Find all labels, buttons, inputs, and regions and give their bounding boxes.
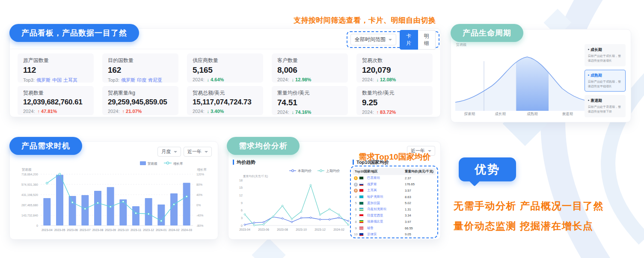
country-link[interactable]: 印度尼西亚 — [365, 214, 405, 218]
stat-value: 74.51 — [277, 98, 342, 107]
svg-text:增长率: 增长率 — [173, 162, 183, 166]
granularity-select[interactable]: 月度 — [157, 147, 181, 157]
table-row: 7印度尼西亚3.34 — [353, 213, 436, 219]
stat-value: 29,259,945,859.05 — [108, 98, 173, 107]
chevron-down-icon — [205, 151, 208, 153]
table-row: 1巴基斯坦2.37 — [353, 175, 436, 181]
country-link[interactable]: 菲律宾 — [365, 232, 405, 237]
country-link[interactable]: 哈萨克斯坦 — [365, 195, 405, 199]
price-value-cell: 8.63 — [405, 195, 436, 199]
decrease-indicator: ↓ 4.64% — [207, 77, 224, 82]
top3-country-link[interactable]: 印度 — [137, 77, 146, 83]
table-row: 5孟加拉国5.02 — [353, 200, 436, 206]
stat-subtext: 2024:↑ 47.81% — [23, 109, 88, 114]
increase-indicator: ↑ 47.81% — [38, 109, 57, 114]
svg-text:2023-06: 2023-06 — [258, 228, 269, 231]
value-column-header: 重量均价(美元/千克) — [405, 169, 436, 174]
lifecycle-stage-card-active[interactable]: 成熟期目标产品处于成熟期，整体趋势呈平稳增长 — [585, 70, 626, 92]
country-link[interactable]: 孟加拉国 — [365, 201, 405, 205]
table-header-row: Top10国家/地区 重量均价(美元/千克) — [353, 168, 436, 175]
country-flag-icon — [359, 233, 364, 236]
price-value-cell: 9.05 — [405, 232, 436, 236]
svg-text:2023-04: 2023-04 — [42, 228, 53, 231]
stat-label: 贸易总额/美元 — [193, 89, 258, 97]
stage-description: 目标产品处于成熟期，整体趋势呈平稳增长 — [588, 80, 622, 89]
stat-value: 15,117,074,724.73 — [193, 98, 258, 107]
stat-card: 贸易数量12,039,682,760.612024:↑ 47.81% — [18, 86, 94, 115]
svg-text:本期均价: 本期均价 — [297, 169, 312, 173]
country-flag-icon — [359, 208, 364, 211]
country-link[interactable]: 俄罗斯 — [365, 182, 405, 187]
svg-text:15: 15 — [239, 186, 243, 190]
top3-country-link[interactable]: 俄罗斯 — [121, 77, 135, 83]
country-link[interactable]: 乌兹别克斯坦 — [365, 207, 405, 211]
demand-timing-panel-title: 产品需求时机 — [9, 137, 82, 155]
stat-label: 贸易重量/kg — [108, 89, 173, 97]
lifecycle-stage-card-inactive[interactable]: 成长期目标产品处于成长期，整体趋势呈快速增长 — [585, 44, 626, 66]
bullet-dot-icon — [588, 49, 589, 50]
stat-value: 112 — [23, 65, 88, 75]
stat-card: 数量均价/美元9.252024:↑ 83.72% — [356, 86, 433, 115]
country-link[interactable]: 埃塞俄比亚 — [365, 219, 405, 224]
time-range-select[interactable]: 全部时间范围 — [350, 34, 396, 45]
chevron-down-icon — [389, 39, 392, 41]
chevron-down-icon — [174, 151, 177, 153]
country-flag-icon — [359, 183, 364, 186]
svg-text:143,732,840: 143,732,840 — [21, 214, 38, 217]
svg-text:贸易额: 贸易额 — [22, 168, 32, 172]
country-link[interactable]: 秘鲁 — [365, 226, 405, 230]
top3-country-link[interactable]: 中国 — [52, 77, 62, 83]
price-value-cell: 1.31 — [405, 208, 436, 211]
country-flag-icon — [359, 195, 364, 199]
decrease-indicator: ↓ 3.40% — [207, 109, 224, 114]
stage-description: 目标产品处于衰退期，整体趋势呈明显下降 — [588, 105, 622, 114]
lifecycle-stage-card-inactive[interactable]: 衰退期目标产品处于衰退期，整体趋势呈明显下降 — [585, 95, 626, 117]
country-link[interactable]: 巴基斯坦 — [365, 176, 405, 180]
stat-label: 原产国数量 — [23, 57, 88, 64]
stage-title: 成熟期 — [588, 73, 622, 78]
svg-text:2023-09: 2023-09 — [105, 228, 116, 231]
view-toggle: 卡片 明细 — [400, 30, 436, 50]
top3-country-link[interactable]: 俄罗斯 — [36, 77, 50, 83]
price-trend-line-chart: 本期均价上期均价重量均价(美元/千克)18151296302023-042023… — [230, 166, 353, 237]
svg-text:120%: 120% — [196, 173, 204, 176]
top10-country-table: Top10国家/地区 重量均价(美元/千克) 1巴基斯坦2.372俄罗斯176.… — [353, 168, 436, 237]
stat-label: 重量均价/美元 — [277, 89, 342, 97]
table-body: 1巴基斯坦2.372俄罗斯176.653土耳其3.574哈萨克斯坦8.635孟加… — [353, 175, 436, 237]
period-select[interactable]: 近一年 — [184, 147, 212, 157]
svg-text:2024-03: 2024-03 — [181, 228, 192, 231]
lifecycle-panel-title: 产品生命周期 — [451, 24, 523, 42]
stat-label: 客户数量 — [277, 57, 342, 64]
price-analysis-panel-title: 需求均价分析 — [227, 137, 300, 155]
table-row: 3土耳其3.57 — [353, 187, 436, 194]
table-row: 6乌兹别克斯坦1.31 — [353, 206, 436, 213]
stat-label: 数量均价/美元 — [362, 89, 427, 97]
stat-label: 供应商数量 — [193, 57, 258, 64]
stat-subtext: 2024:↓ 4.64% — [193, 77, 258, 82]
increase-indicator: ↑ 83.72% — [377, 110, 396, 115]
rank-cell: 1 — [353, 176, 359, 180]
stage-title: 成长期 — [588, 47, 622, 53]
svg-text:574,931,360: 574,931,360 — [21, 183, 38, 186]
stat-card: 目的国数量162Top3:俄罗斯印度肯尼亚 — [102, 53, 178, 83]
stat-card: 贸易重量/kg29,259,945,859.052024:↑ 21.07% — [102, 86, 178, 115]
card-view-button[interactable]: 卡片 — [400, 30, 418, 50]
time-filter-annotation: 支持按时间筛选查看，卡片、明细自由切换 — [294, 15, 436, 25]
stat-subtext: Top3:俄罗斯中国土耳其 — [23, 77, 88, 83]
svg-text:287,465,680: 287,465,680 — [21, 204, 38, 207]
svg-text:2023-07: 2023-07 — [80, 228, 91, 231]
price-value-cell: 3.97 — [405, 220, 436, 224]
svg-text:2023-08: 2023-08 — [92, 228, 104, 231]
detail-view-button[interactable]: 明细 — [418, 30, 436, 50]
country-flag-icon — [359, 189, 364, 192]
stat-value: 162 — [108, 65, 173, 75]
svg-text:2023-08: 2023-08 — [277, 228, 288, 231]
svg-text:0%: 0% — [196, 204, 201, 207]
phase-label: 探索期 — [464, 112, 475, 117]
svg-text:增长率: 增长率 — [197, 168, 207, 172]
stat-value: 9.25 — [362, 98, 427, 107]
top3-country-link[interactable]: 肯尼亚 — [148, 77, 162, 83]
country-link[interactable]: 土耳其 — [365, 188, 405, 193]
stat-value: 12,039,682,760.61 — [23, 98, 88, 107]
top3-country-link[interactable]: 土耳其 — [63, 77, 77, 83]
